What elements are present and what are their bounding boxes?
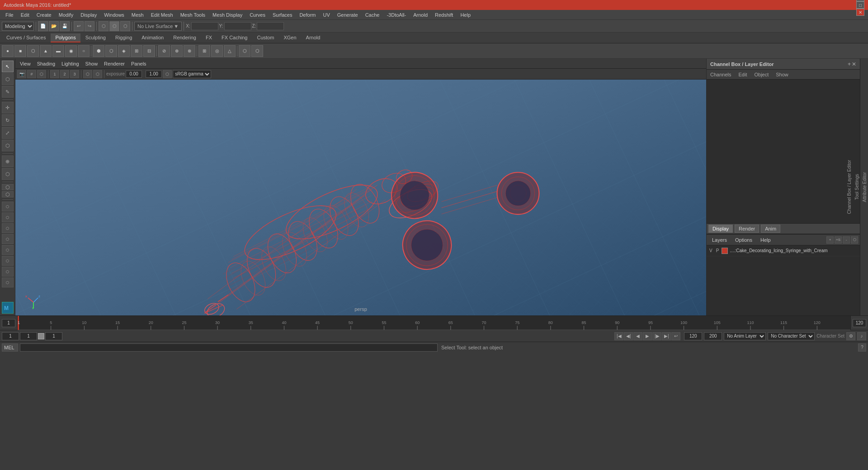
audio-btn[interactable]: ♪ [857,332,866,340]
play-back-btn[interactable]: ◀ [633,332,642,340]
cb-expand-btn[interactable]: + [848,61,851,67]
shelf-smooth-icon[interactable]: ◎ [211,45,223,57]
help-line-btn[interactable]: ? [858,343,866,352]
vm-renderer[interactable]: Renderer [101,60,127,67]
panel-lt-3[interactable]: ⬡ [2,223,14,233]
character-set-select[interactable]: No Character Set [768,332,815,340]
help-tab[interactable]: Help [757,236,774,244]
layers-tab[interactable]: Layers [708,236,731,244]
vt-isolate-btn[interactable]: ⬡ [83,70,92,78]
anim-layer-select[interactable]: No Anim Layer [724,332,766,340]
vm-shading[interactable]: Shading [34,60,58,67]
channel-box-tab-btn[interactable]: Channel Box / Layer Editor [846,158,853,216]
shelf-bevel-icon[interactable]: ◈ [118,45,130,57]
shelf-cylinder-icon[interactable]: ⬡ [27,45,39,57]
del-layer-btn[interactable]: - [843,236,850,244]
tab-arnold[interactable]: Arnold [302,33,325,42]
menu-display[interactable]: Display [77,11,100,19]
anim-tab[interactable]: Anim [761,225,780,233]
redo-button[interactable]: ↪ [85,21,94,31]
menu-curves[interactable]: Curves [246,11,269,19]
tab-polygons[interactable]: Polygons [51,33,80,42]
shelf-bridge-icon[interactable]: ⬡ [105,45,117,57]
snap-lt[interactable]: ⊕ [2,155,14,167]
menu-help[interactable]: Help [457,11,474,19]
menu-file[interactable]: File [2,11,17,19]
exposure-input[interactable] [126,70,142,78]
menu-edit[interactable]: Edit [17,11,33,19]
jump-start-btn[interactable]: |◀ [614,332,623,340]
add-layer-btn[interactable]: + [826,236,834,244]
panel-lt-7[interactable]: ⬡ [2,267,14,277]
scale-tool-lt[interactable]: ⤢ [2,127,14,139]
select-tool-button[interactable]: ⬡ [99,21,108,31]
panel-lt-1[interactable]: ⬡ [2,202,14,212]
cb-tab-show[interactable]: Show [774,71,790,78]
menu-uv[interactable]: UV [319,11,333,19]
tab-fx-caching[interactable]: FX Caching [217,33,252,42]
layer-playback[interactable]: P [715,248,720,253]
vt-display-3[interactable]: 3 [70,70,79,78]
tab-sculpting[interactable]: Sculpting [81,33,110,42]
tab-animation[interactable]: Animation [137,33,168,42]
menu-generate[interactable]: Generate [334,11,362,19]
command-input[interactable] [20,343,438,352]
vt-wireframe-btn[interactable]: ⬡ [37,70,46,78]
vt-grid-btn[interactable]: # [27,70,36,78]
jump-end-btn[interactable]: ▶| [662,332,671,340]
tab-xgen[interactable]: XGen [279,33,301,42]
menu-3dto-all[interactable]: -3DtoAll- [383,11,410,19]
show-lt[interactable]: ⬡ [2,191,14,197]
viewport-canvas[interactable]: persp z x y [15,80,706,315]
vm-show[interactable]: Show [83,60,101,67]
shelf-combine-icon[interactable]: ⊞ [131,45,142,57]
layer-row[interactable]: V P ....:Cake_Decorating_Icing_Syringe_w… [707,245,860,256]
tab-curves-surfaces[interactable]: Curves / Surfaces [2,33,50,42]
menu-cache[interactable]: Cache [362,11,383,19]
cb-tab-object[interactable]: Object [752,71,770,78]
tab-rendering[interactable]: Rendering [169,33,201,42]
end-frame-input[interactable] [853,319,866,327]
menu-edit-mesh[interactable]: Edit Mesh [147,11,177,19]
menu-arnold[interactable]: Arnold [410,11,431,19]
anim-start-input[interactable] [20,332,37,340]
shelf-mirror-icon[interactable]: ⊞ [198,45,210,57]
layer-color-swatch[interactable] [722,248,728,254]
shelf-sphere-icon[interactable]: ● [2,45,14,57]
panel-lt-5[interactable]: ⬡ [2,245,14,255]
shelf-torus-icon[interactable]: ○ [78,45,90,57]
step-back-btn[interactable]: ◀| [624,332,633,340]
vm-panels[interactable]: Panels [128,60,149,67]
no-live-surface-button[interactable]: No Live Surface ▼ [134,22,182,31]
menu-modify[interactable]: Modify [55,11,77,19]
hide-lt[interactable]: ⬡ [2,184,14,190]
render-tab[interactable]: Render [735,225,759,233]
panel-lt-2[interactable]: ⬡ [2,212,14,222]
shelf-offset-edge-icon[interactable]: ⊗ [184,45,195,57]
vt-gamma-type[interactable]: ⬡ [163,70,172,78]
menu-redshift[interactable]: Redshift [431,11,457,19]
timeline-ruler[interactable]: 5 10 15 20 25 30 35 40 45 50 55 60 65 [18,316,850,330]
shelf-plane-icon[interactable]: ▬ [52,45,64,57]
x-input[interactable] [191,22,218,30]
panel-lt-6[interactable]: ⬡ [2,256,14,266]
shelf-separate-icon[interactable]: ⊟ [143,45,155,57]
tab-rigging[interactable]: Rigging [111,33,137,42]
paint-select-lt[interactable]: ✎ [2,86,14,98]
cb-tab-channels[interactable]: Channels [708,71,733,78]
z-input[interactable] [257,22,284,30]
close-button[interactable]: ✕ [856,9,864,16]
maximize-button[interactable]: □ [856,1,864,9]
menu-surfaces[interactable]: Surfaces [269,11,296,19]
play-forward-btn[interactable]: ▶ [643,332,652,340]
display-tab[interactable]: Display [708,225,733,233]
gamma-input[interactable] [146,70,162,78]
options-tab[interactable]: Options [731,236,756,244]
last-tool-lt[interactable]: ⬡ [2,140,14,151]
anim-end-range-input[interactable] [704,332,722,340]
anim-range-end-input[interactable] [684,332,702,340]
new-scene-button[interactable]: 📄 [38,21,48,31]
shelf-triangulate-icon[interactable]: △ [224,45,236,57]
shelf-uv-icon[interactable]: ⬡ [239,45,250,57]
add-selected-layer-btn[interactable]: +S [835,236,842,244]
